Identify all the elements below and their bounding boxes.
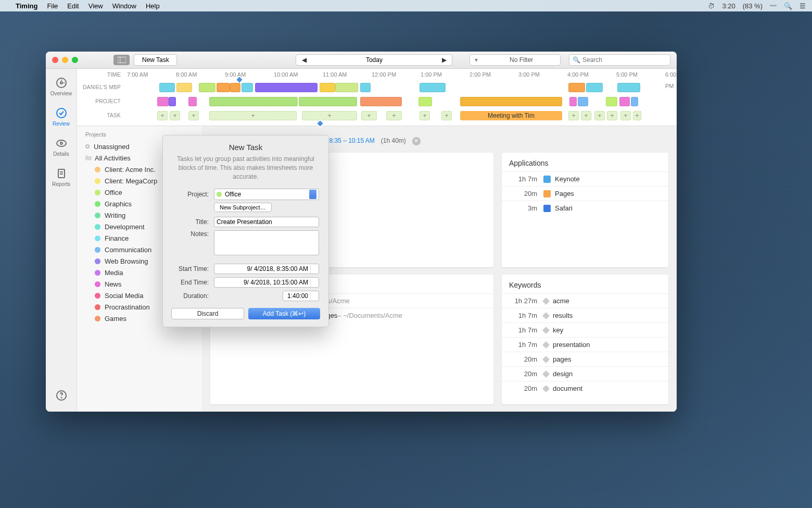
menubar-clock: 3:20 — [722, 2, 735, 10]
today-label[interactable]: Today — [312, 56, 436, 64]
search-input[interactable]: 🔍 — [569, 54, 670, 66]
rail-overview[interactable]: Overview — [46, 72, 77, 101]
time-tick: 11:00 AM — [323, 69, 347, 80]
left-rail: Overview Review Details Reports — [46, 69, 77, 412]
time-ticks: 7:00 AM8:00 AM9:00 AM10:00 AM11:00 AM12:… — [127, 69, 677, 80]
selected-duration: (1h 40m) — [381, 137, 406, 144]
add-task-slot[interactable]: + — [420, 111, 430, 120]
add-task-slot[interactable]: + — [170, 111, 180, 120]
end-label: End Time: — [172, 279, 214, 286]
time-tick: 10:00 AM — [274, 69, 298, 80]
new-subproject-button[interactable]: New Subproject… — [214, 203, 272, 212]
funnel-icon: ▾ — [470, 56, 483, 64]
keyword-row[interactable]: 20mdocument — [502, 381, 668, 395]
menu-view[interactable]: View — [88, 2, 103, 10]
add-task-slot[interactable]: + — [633, 111, 641, 120]
app-row[interactable]: 1h 7mKeynote — [502, 171, 668, 186]
rail-details[interactable]: Details — [46, 132, 77, 162]
svg-point-2 — [57, 78, 66, 88]
add-task-slot[interactable]: + — [302, 111, 357, 120]
notes-label: Notes: — [172, 230, 214, 238]
new-task-button[interactable]: New Task — [134, 54, 177, 66]
list-icon[interactable]: ☰ — [800, 2, 806, 10]
applications-card: Applications 1h 7mKeynote20mPages3mSafar… — [502, 153, 668, 267]
traffic-lights — [52, 57, 78, 63]
close-button[interactable] — [52, 57, 58, 63]
filter-label: No Filter — [483, 56, 560, 64]
stepper-icon — [310, 292, 318, 301]
add-task-slot[interactable]: + — [157, 111, 168, 120]
search-field[interactable] — [582, 56, 667, 64]
app-row[interactable]: 3mSafari — [502, 201, 668, 215]
svg-point-3 — [60, 82, 62, 84]
stepper-icon — [310, 279, 318, 287]
add-task-button[interactable]: Add Task (⌘↩) — [248, 308, 320, 319]
time-tick: 3:00 PM — [518, 69, 540, 80]
stepper-icon — [310, 265, 318, 274]
time-tick: 1:00 PM — [421, 69, 442, 80]
filter-dropdown[interactable]: ▾ No Filter — [470, 54, 561, 66]
keyword-row[interactable]: 1h 7mresults — [502, 308, 668, 323]
add-task-slot[interactable]: + — [620, 111, 631, 120]
add-task-slot[interactable]: + — [209, 111, 297, 120]
app-window: New Task ◀ Today ▶ ▾ No Filter 🔍 Overvie… — [46, 52, 677, 412]
time-tick: 2:00 PM — [470, 69, 491, 80]
keyword-row[interactable]: 1h 27macme — [502, 293, 668, 308]
title-input[interactable] — [214, 217, 319, 227]
discard-button[interactable]: Discard — [171, 308, 244, 319]
next-day-button[interactable]: ▶ — [436, 56, 452, 64]
clock-icon: ⏱ — [708, 2, 715, 10]
minimize-button[interactable] — [62, 57, 68, 63]
rail-reports[interactable]: Reports — [46, 163, 77, 192]
sidebar-toggle[interactable] — [113, 55, 130, 65]
clear-selection-button[interactable]: ✕ — [412, 137, 421, 145]
task-meeting[interactable]: Meeting with Tim — [460, 111, 562, 120]
project-track[interactable] — [127, 97, 677, 106]
keyword-row[interactable]: 1h 7mpresentation — [502, 337, 668, 352]
spotlight-icon[interactable]: 🔍 — [784, 2, 792, 10]
time-tick: 5:00 PM — [616, 69, 638, 80]
prev-day-button[interactable]: ◀ — [296, 56, 312, 64]
date-nav: ◀ Today ▶ — [296, 54, 452, 66]
app-name[interactable]: Timing — [16, 2, 37, 10]
svg-point-8 — [60, 142, 62, 144]
rail-help[interactable] — [46, 386, 77, 406]
menu-edit[interactable]: Edit — [67, 2, 79, 10]
notes-input[interactable] — [214, 230, 319, 255]
svg-rect-0 — [118, 57, 126, 63]
time-tick: 4:00 PM — [567, 69, 589, 80]
add-task-slot[interactable]: + — [361, 111, 377, 120]
keyword-row[interactable]: 20mpages — [502, 352, 668, 366]
menu-help[interactable]: Help — [146, 2, 160, 10]
duration-input[interactable]: 1:40:00 — [283, 291, 319, 301]
keyword-row[interactable]: 20mdesign — [502, 366, 668, 381]
add-task-slot[interactable]: + — [568, 111, 579, 120]
time-tick: 7:00 AM — [127, 69, 148, 80]
add-task-slot[interactable]: + — [188, 111, 199, 120]
menubar: Timing File Edit View Window Help ⏱ 3:20… — [0, 0, 812, 11]
app-row[interactable]: 20mPages — [502, 186, 668, 201]
add-task-slot[interactable]: + — [386, 111, 402, 120]
keyword-row[interactable]: 1h 7mkey — [502, 323, 668, 337]
project-select[interactable]: Office — [214, 189, 319, 200]
zoom-button[interactable] — [72, 57, 78, 63]
selected-time-value: 8:35 – 10:15 AM — [329, 137, 374, 144]
rail-review[interactable]: Review — [46, 102, 77, 131]
add-task-slot[interactable]: + — [441, 111, 452, 120]
menu-file[interactable]: File — [47, 2, 58, 10]
menu-window[interactable]: Window — [112, 2, 136, 10]
title-label: Title: — [172, 218, 214, 226]
add-task-slot[interactable]: + — [594, 111, 605, 120]
add-task-slot[interactable]: + — [581, 111, 591, 120]
time-row-label: TIME — [77, 69, 127, 80]
end-time-input[interactable]: 9/ 4/2018, 10:15:00 AM — [214, 277, 319, 288]
time-tick: 12:00 PM — [372, 69, 396, 80]
device-track[interactable] — [127, 83, 677, 92]
svg-point-7 — [57, 140, 66, 146]
task-row-label: TASK — [77, 113, 127, 118]
task-track[interactable]: +++++++++Meeting with Tim++++++ — [127, 111, 677, 120]
wifi-icon[interactable]: 〰 — [770, 2, 777, 10]
keywords-header: Keywords — [502, 275, 668, 293]
add-task-slot[interactable]: + — [607, 111, 617, 120]
start-time-input[interactable]: 9/ 4/2018, 8:35:00 AM — [214, 264, 319, 274]
